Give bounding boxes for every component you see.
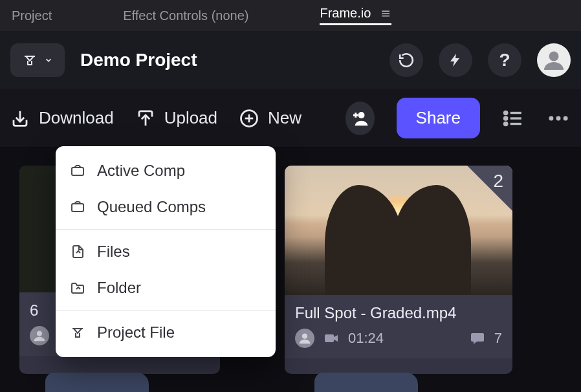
uploader-avatar (30, 326, 49, 345)
asset-card[interactable]: 2 Full Spot - Graded.mp4 01:24 7 (285, 166, 512, 374)
action-toolbar: Download Upload New Share (0, 89, 581, 147)
comp-icon (70, 163, 85, 179)
menu-item-files[interactable]: Files (56, 234, 276, 270)
more-button[interactable] (546, 106, 571, 131)
tab-frameio-label: Frame.io (320, 6, 371, 21)
asset-meta: Full Spot - Graded.mp4 01:24 7 (285, 295, 512, 358)
tab-project[interactable]: Project (12, 8, 52, 23)
version-badge-bg (467, 166, 512, 211)
refresh-icon (398, 52, 415, 69)
share-label: Share (416, 108, 461, 127)
menu-item-label: Project File (97, 323, 175, 342)
svg-point-14 (505, 122, 507, 125)
menu-item-label: Active Comp (97, 162, 185, 180)
comp-queue-icon (70, 199, 85, 215)
asset-title: Full Spot - Graded.mp4 (295, 304, 502, 322)
menu-item-label: Folder (97, 279, 141, 297)
new-label: New (268, 108, 301, 128)
add-user-button[interactable] (345, 102, 375, 135)
svg-point-16 (549, 116, 553, 120)
asset-thumbnail: 2 (285, 166, 512, 295)
download-label: Download (39, 108, 114, 128)
help-button[interactable]: ? (488, 43, 521, 77)
menu-item-queued-comps[interactable]: Queued Comps (56, 189, 276, 225)
project-file-icon (70, 325, 85, 340)
svg-point-7 (358, 112, 365, 118)
tab-project-label: Project (12, 8, 52, 23)
comment-icon (470, 331, 485, 346)
user-silhouette-icon (542, 49, 565, 72)
tab-effect-controls-none: (none) (212, 8, 249, 23)
menu-item-label: Files (97, 243, 130, 261)
project-picker[interactable] (10, 43, 65, 77)
menu-item-project-file[interactable]: Project File (56, 314, 276, 351)
svg-point-20 (302, 334, 307, 339)
menu-item-active-comp[interactable]: Active Comp (56, 153, 276, 189)
svg-rect-22 (72, 168, 83, 175)
svg-point-18 (564, 116, 568, 120)
svg-point-19 (37, 331, 42, 336)
folder-card-stub[interactable] (314, 373, 418, 392)
menu-item-label: Queued Comps (97, 198, 206, 216)
file-upload-icon (70, 244, 85, 259)
version-badge: 2 (493, 171, 503, 191)
list-view-button[interactable] (502, 107, 524, 129)
help-icon: ? (499, 50, 510, 71)
frameio-logo-icon (22, 52, 38, 68)
new-menu-popup: Active Comp Queued Comps Files Folder (56, 146, 276, 357)
chevron-down-icon (44, 56, 53, 65)
menu-item-folder[interactable]: Folder (56, 270, 276, 306)
comment-count: 7 (494, 330, 502, 347)
upload-icon (136, 109, 155, 128)
add-user-icon (350, 109, 369, 128)
panel-tabstrip: Project Effect Controls (none) Frame.io (0, 0, 581, 31)
panel-menu-icon[interactable] (380, 8, 391, 19)
new-button[interactable]: New (239, 108, 301, 128)
refresh-button[interactable] (389, 43, 423, 77)
lightning-icon (448, 52, 463, 68)
svg-point-10 (505, 111, 507, 114)
download-button[interactable]: Download (10, 108, 114, 128)
tab-effect-controls-label: Effect Controls (123, 8, 208, 23)
plus-circle-icon (239, 109, 259, 128)
project-title: Demo Project (80, 50, 197, 71)
download-icon (10, 109, 30, 128)
svg-point-12 (505, 116, 507, 119)
video-icon (323, 331, 339, 346)
list-icon (502, 107, 524, 129)
uploader-avatar (295, 329, 314, 348)
user-avatar[interactable] (537, 43, 571, 77)
asset-duration: 01:24 (348, 330, 384, 347)
svg-rect-23 (72, 204, 83, 212)
upload-label: Upload (164, 108, 217, 128)
tab-effect-controls[interactable]: Effect Controls (none) (123, 8, 248, 23)
tab-frameio[interactable]: Frame.io (320, 6, 391, 25)
menu-separator (56, 229, 276, 230)
project-header: Demo Project ? (0, 31, 581, 89)
more-horizontal-icon (546, 106, 571, 131)
folder-upload-icon (70, 280, 85, 296)
menu-separator (56, 310, 276, 310)
svg-rect-21 (325, 334, 334, 342)
svg-point-3 (549, 52, 559, 61)
svg-point-17 (556, 116, 561, 120)
share-button[interactable]: Share (397, 98, 480, 138)
folder-card-stub[interactable] (45, 373, 149, 392)
upload-button[interactable]: Upload (136, 108, 217, 128)
lightning-button[interactable] (439, 43, 472, 77)
